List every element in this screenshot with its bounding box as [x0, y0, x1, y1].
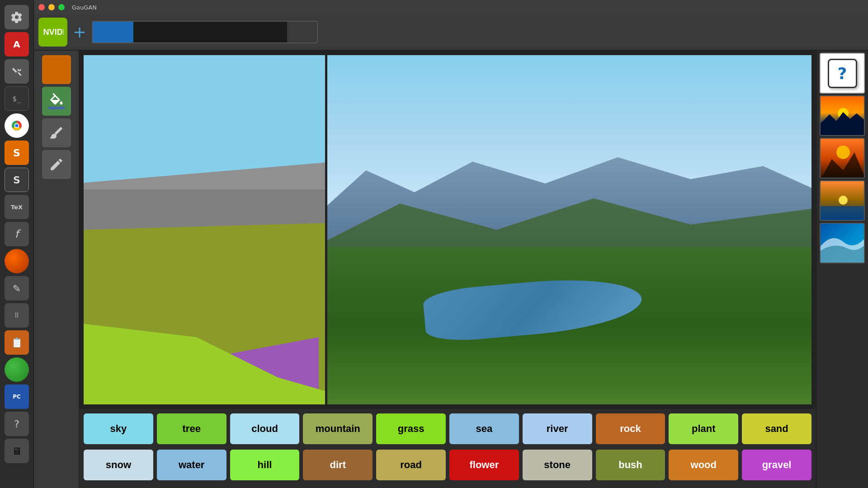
- label-river[interactable]: river: [523, 413, 592, 444]
- dice-icon: ?: [828, 59, 857, 88]
- thumbnail-random[interactable]: ?: [820, 53, 865, 94]
- thumbnail-1[interactable]: [820, 95, 865, 136]
- taskbar-question[interactable]: ?: [5, 412, 29, 436]
- label-road[interactable]: road: [376, 450, 446, 480]
- taskbar: A $_ S S TeX f ✎ ⠿ 📋: [0, 0, 34, 488]
- label-wood[interactable]: wood: [669, 450, 738, 480]
- fill-tool[interactable]: [42, 87, 71, 116]
- toolbar: NVIDIA +: [34, 14, 868, 51]
- app-title: GauGAN: [72, 4, 97, 11]
- label-water[interactable]: water: [157, 450, 226, 480]
- svg-text:NVIDIA: NVIDIA: [43, 27, 64, 37]
- label-flower[interactable]: flower: [449, 450, 519, 480]
- taskbar-sphere[interactable]: [5, 249, 29, 273]
- taskbar-dots[interactable]: ⠿: [5, 303, 29, 328]
- taskbar-file[interactable]: 📋: [5, 330, 29, 355]
- taskbar-pc[interactable]: PC: [5, 385, 29, 409]
- label-bush[interactable]: bush: [596, 450, 665, 480]
- labels-panel: skytreecloudmountaingrassseariverrockpla…: [79, 409, 816, 488]
- segmentation-canvas[interactable]: [84, 55, 325, 404]
- label-dirt[interactable]: dirt: [303, 450, 373, 480]
- thumbnails-panel: ?: [816, 51, 868, 488]
- taskbar-pencil[interactable]: ✎: [5, 276, 29, 300]
- nvidia-logo: NVIDIA: [38, 18, 67, 47]
- svg-rect-20: [821, 206, 865, 221]
- taskbar-terminal[interactable]: $_: [5, 86, 29, 111]
- label-gravel[interactable]: gravel: [742, 450, 811, 480]
- taskbar-vpn[interactable]: [5, 357, 29, 382]
- label-stone[interactable]: stone: [523, 450, 592, 480]
- color-swatch[interactable]: [42, 55, 71, 84]
- canvas-area: skytreecloudmountaingrassseariverrockpla…: [79, 51, 816, 488]
- title-bar: GauGAN: [34, 0, 868, 14]
- thumbnail-3[interactable]: [820, 180, 865, 221]
- label-sand[interactable]: sand: [742, 413, 811, 444]
- pencil-tool[interactable]: [42, 150, 71, 179]
- label-sky[interactable]: sky: [84, 413, 153, 444]
- taskbar-font[interactable]: f: [5, 222, 29, 246]
- content-area: skytreecloudmountaingrassseariverrockpla…: [34, 51, 868, 488]
- add-button[interactable]: +: [73, 24, 86, 40]
- generated-canvas: [327, 55, 811, 404]
- taskbar-sublime2[interactable]: S: [5, 168, 29, 192]
- toolbar-blue-seg: [93, 22, 133, 42]
- svg-point-3: [15, 124, 18, 127]
- main-area: GauGAN NVIDIA +: [34, 0, 868, 488]
- maximize-button[interactable]: [58, 4, 65, 10]
- taskbar-chrome[interactable]: [5, 113, 29, 138]
- taskbar-monitor[interactable]: 🖥: [5, 439, 29, 463]
- label-hill[interactable]: hill: [230, 450, 300, 480]
- taskbar-sublime[interactable]: S: [5, 141, 29, 165]
- segmentation-svg: [84, 55, 325, 404]
- label-snow[interactable]: snow: [84, 450, 153, 480]
- drawing-tools: [34, 51, 79, 488]
- toolbar-bar: [92, 21, 318, 43]
- thumbnail-2[interactable]: [820, 138, 865, 178]
- toolbar-dark-seg: [133, 22, 287, 42]
- taskbar-settings[interactable]: [5, 5, 29, 29]
- label-plant[interactable]: plant: [669, 413, 738, 444]
- taskbar-font-manager[interactable]: A: [5, 32, 29, 56]
- minimize-button[interactable]: [48, 4, 55, 10]
- close-button[interactable]: [38, 4, 45, 10]
- svg-point-16: [836, 145, 850, 159]
- thumbnail-4[interactable]: [820, 223, 865, 263]
- label-mountain[interactable]: mountain: [303, 413, 373, 444]
- svg-point-19: [839, 196, 848, 205]
- taskbar-tex[interactable]: TeX: [5, 195, 29, 219]
- canvases: [79, 51, 816, 409]
- label-sea[interactable]: sea: [449, 413, 519, 444]
- label-cloud[interactable]: cloud: [230, 413, 300, 444]
- label-rock[interactable]: rock: [596, 413, 665, 444]
- label-tree[interactable]: tree: [157, 413, 226, 444]
- labels-row-1: skytreecloudmountaingrassseariverrockpla…: [84, 413, 811, 445]
- brush-tool[interactable]: [42, 118, 71, 147]
- labels-row-2: snowwaterhilldirtroadflowerstonebushwood…: [84, 449, 811, 481]
- taskbar-settings2[interactable]: [5, 59, 29, 84]
- label-grass[interactable]: grass: [376, 413, 446, 444]
